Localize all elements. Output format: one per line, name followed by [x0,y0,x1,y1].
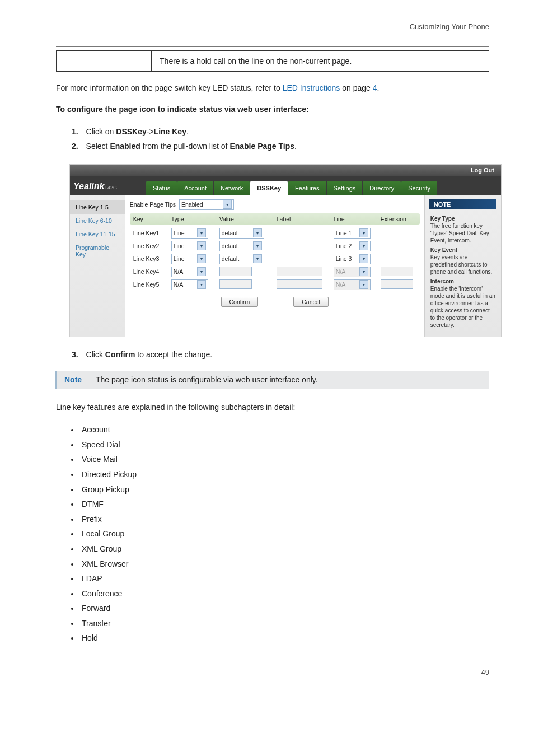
sidebar-item[interactable]: Line Key 11-15 [70,227,125,241]
note-heading: Intercom [430,278,454,285]
column-header: Label [277,216,331,222]
led-instructions-link[interactable]: LED Instructions [283,83,340,92]
step-text: to accept the change. [135,350,212,359]
tab-status[interactable]: Status [146,181,177,195]
chevron-down-icon: ▾ [197,267,206,276]
column-header: Line [334,216,378,222]
table-row: Line Key2Line▾default▾Line 2▾ [130,240,420,253]
line-select[interactable]: Line 2▾ [334,241,371,251]
step-text: from the pull-down list of [140,142,230,151]
list-item: Prefix [79,512,489,527]
chevron-down-icon: ▾ [359,267,368,276]
step-number: 1. [72,127,78,136]
web-ui-screenshot: Log Out YealinkT42G StatusAccountNetwork… [69,164,502,337]
table-row: Line Key4N/A▾N/A▾ [130,265,420,278]
line-select: N/A▾ [334,267,371,277]
chevron-down-icon: ▾ [197,241,206,250]
configure-subhead: To configure the page icon to indicate s… [56,103,489,116]
cancel-button[interactable]: Cancel [293,297,329,307]
list-item: Group Pickup [79,482,489,497]
note-body-text: Key events are predefined shortcuts to p… [430,254,495,276]
list-item: XML Browser [79,557,489,572]
chevron-down-icon: ▾ [253,228,262,237]
chevron-down-icon: ▾ [359,280,368,289]
type-select[interactable]: Line▾ [171,241,208,251]
list-item: Directed Pickup [79,467,489,482]
tab-features[interactable]: Features [288,181,326,195]
chevron-down-icon: ▾ [197,228,206,237]
logo-text: Yealink [73,181,104,195]
table-row: Line Key5N/A▾N/A▾ [130,278,420,291]
list-item: XML Group [79,542,489,557]
sidebar-item[interactable]: Line Key 6-10 [70,214,125,227]
tab-security[interactable]: Security [401,181,437,195]
step-bold: Line Key [154,127,186,136]
chevron-down-icon: ▾ [197,280,206,289]
step-bold: Confirm [105,350,135,359]
note-block: Note The page icon status is configurabl… [55,371,489,389]
value-select[interactable]: default▾ [219,254,264,264]
page-header: Customizing Your Phone [56,22,489,31]
note-heading: Key Type [430,215,455,222]
sidebar-item[interactable]: Line Key 1-5 [70,200,125,214]
label-input[interactable] [277,228,322,237]
list-item: Account [79,422,489,437]
extension-input [381,279,413,289]
logo-model: T42G [104,185,117,190]
key-label: Line Key3 [133,255,169,262]
select-value: Enabled [181,201,203,208]
enable-page-tips-select[interactable]: Enabled ▾ [179,199,234,210]
key-label: Line Key1 [133,230,169,236]
line-select[interactable]: Line 3▾ [334,254,371,264]
info-box-text: There is a hold call on the line on the … [152,51,489,72]
type-select[interactable]: N/A▾ [171,279,208,290]
confirm-button[interactable]: Confirm [221,297,259,307]
value-select[interactable]: default▾ [219,241,264,251]
chevron-down-icon: ▾ [359,228,368,237]
tab-network[interactable]: Network [214,181,250,195]
step-number: 2. [72,142,78,151]
step-bold: Enable Page Tips [229,142,294,151]
tab-settings[interactable]: Settings [327,181,363,195]
brand-logo: YealinkT42G [70,181,146,195]
value-select[interactable]: default▾ [219,228,264,239]
type-select[interactable]: Line▾ [171,228,208,239]
step-3: 3. Click Confirm to accept the change. [68,347,489,362]
logout-link[interactable]: Log Out [471,167,494,174]
step-2: 2. Select Enabled from the pull-down lis… [68,139,489,154]
type-select[interactable]: Line▾ [171,254,208,264]
note-text: The page icon status is configurable via… [96,375,318,384]
list-item: Local Group [79,526,489,542]
label-input[interactable] [277,254,322,263]
step-bold: DSSKey [116,127,146,136]
intro-paragraph: For more information on the page switch … [56,82,489,95]
label-input[interactable] [277,241,322,250]
extension-input[interactable] [381,254,413,263]
chevron-down-icon: ▾ [223,200,232,209]
step-text: . [294,142,297,151]
tab-directory[interactable]: Directory [363,181,401,195]
sidebar-item[interactable]: Programable Key [70,241,125,261]
extension-input [381,267,413,276]
note-heading: Key Event [430,246,457,254]
info-box: There is a hold call on the line on the … [56,50,489,72]
list-item: Transfer [79,616,489,631]
list-item: Speed Dial [79,437,489,452]
tab-dsskey[interactable]: DSSKey [250,181,288,195]
key-label: Line Key2 [133,242,169,249]
note-label: Note [64,375,96,384]
tab-account[interactable]: Account [177,181,213,195]
step-text: Click [86,350,105,359]
column-header: Value [219,216,274,222]
type-select[interactable]: N/A▾ [171,267,208,277]
page-ref-link[interactable]: 4 [373,83,377,92]
chevron-down-icon: ▾ [359,241,368,250]
line-select[interactable]: Line 1▾ [334,228,371,239]
chevron-down-icon: ▾ [359,254,368,263]
enable-page-tips-label: Enable Page Tips [130,201,176,208]
extension-input[interactable] [381,241,413,250]
extension-input[interactable] [381,228,413,237]
column-header: Key [133,216,169,222]
note-panel-title: NOTE [429,199,496,209]
step-text: Click on [86,127,116,136]
